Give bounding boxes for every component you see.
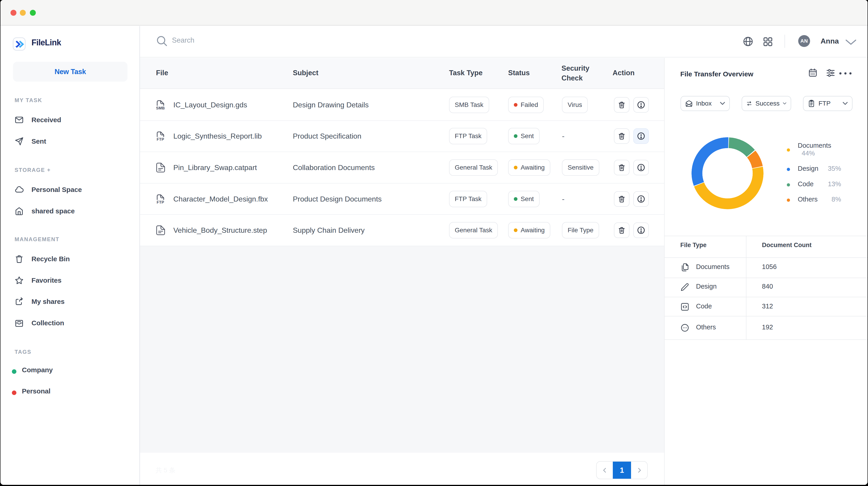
svg-text:SMB: SMB: [156, 106, 165, 110]
svg-text:FTP: FTP: [157, 137, 164, 141]
svg-text:FTP: FTP: [157, 200, 164, 204]
